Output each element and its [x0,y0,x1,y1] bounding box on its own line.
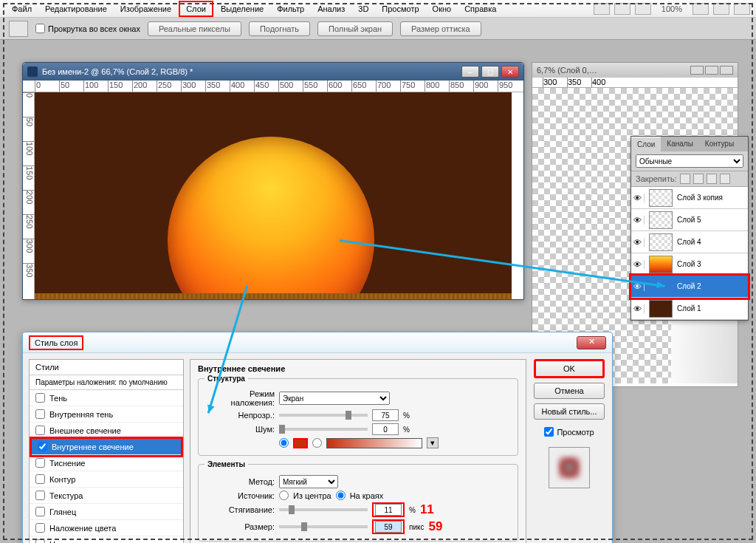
effect-item[interactable]: Глянец [30,504,183,520]
dialog-close-icon[interactable]: ✕ [577,336,606,349]
view-icon[interactable] [713,3,729,15]
scroll-all-windows[interactable]: Прокрутка во всех окнах [35,24,140,33]
opacity-slider[interactable] [279,414,368,417]
effect-item[interactable]: Наложение градиента [30,536,183,543]
menu-window[interactable]: Окно [427,2,458,16]
source-center-radio[interactable] [279,491,289,500]
noise-slider[interactable] [279,428,368,431]
effect-item[interactable]: Тиснение [30,455,183,471]
blend-mode-select[interactable]: Обычные [636,154,743,168]
effect-item[interactable]: Наложение цвета [30,520,183,536]
effect-checkbox[interactable] [35,507,45,516]
gradient-radio[interactable] [312,438,322,448]
close-icon[interactable]: ✕ [501,66,519,78]
tab-layers[interactable]: Слои [631,137,661,151]
preview-checkbox[interactable]: Просмотр [544,427,594,437]
blend-mode-field[interactable]: Экран [279,392,390,405]
layer-row[interactable]: 👁 Слой 2 [631,276,748,298]
mb-icon[interactable] [614,3,630,15]
effect-checkbox[interactable] [35,491,45,500]
layer-thumb[interactable] [649,300,673,318]
tool-icon[interactable] [9,21,28,37]
effect-checkbox[interactable] [35,458,45,468]
effect-checkbox[interactable] [35,474,45,484]
min-icon[interactable] [690,66,704,75]
effect-item[interactable]: Контур [30,471,183,488]
menu-layers[interactable]: Слои [179,1,213,17]
gradient-bar[interactable] [326,438,422,448]
noise-field[interactable] [372,423,399,435]
fit-button[interactable]: Подогнать [249,21,310,36]
canvas[interactable] [35,92,512,299]
visibility-icon[interactable]: 👁 [631,216,645,225]
styles-header[interactable]: Стили [30,360,183,375]
color-swatch[interactable] [293,438,308,448]
opacity-field[interactable] [372,409,399,421]
effect-checkbox[interactable] [35,409,45,419]
visibility-icon[interactable]: 👁 [631,304,645,313]
choke-slider[interactable] [279,508,368,511]
close-icon[interactable] [720,66,733,75]
lock-position-icon[interactable] [693,174,704,184]
size-slider[interactable] [279,525,368,528]
menu-help[interactable]: Справка [458,2,502,16]
menu-select[interactable]: Выделение [215,2,269,16]
effect-item[interactable]: Внутреннее свечение [32,439,181,455]
minimize-icon[interactable]: – [461,66,479,78]
tab-channels[interactable]: Каналы [661,137,699,151]
print-size-button[interactable]: Размер оттиска [400,21,481,36]
lock-all-icon[interactable] [720,174,730,184]
source-edge-radio[interactable] [336,491,346,500]
layout-icon[interactable] [594,3,610,15]
layer-row[interactable]: 👁 Слой 3 [631,253,748,276]
gradient-dropdown-icon[interactable]: ▾ [427,437,439,448]
document-titlebar[interactable]: Без имени-2 @ 66,7% (Слой 2, RGB/8) * – … [23,63,523,81]
zoom-value[interactable]: 100% [656,2,688,16]
effect-checkbox[interactable] [35,539,45,543]
effect-checkbox[interactable] [38,442,47,451]
maximize-icon[interactable]: ◻ [481,66,499,78]
menu-filter[interactable]: Фильтр [271,2,310,16]
effect-item[interactable]: Тень [30,390,183,406]
choke-field[interactable] [375,504,402,516]
menu-view[interactable]: Просмотр [376,2,425,16]
size-field[interactable] [375,521,402,533]
layer-thumb[interactable] [649,189,673,207]
layer-row[interactable]: 👁 Слой 5 [631,209,748,231]
effect-item[interactable]: Внутренняя тень [30,406,183,423]
method-field[interactable]: Мягкий [279,475,338,488]
menu-image[interactable]: Изображение [114,2,177,16]
max-icon[interactable] [705,66,718,75]
new-style-button[interactable]: Новый стиль... [534,403,605,420]
visibility-icon[interactable]: 👁 [631,194,645,202]
menu-file[interactable]: Файл [6,2,38,16]
layer-thumb[interactable] [649,233,673,251]
menu-3d[interactable]: 3D [352,2,374,16]
document-title: Без имени-2 @ 66,7% (Слой 2, RGB/8) * [42,67,193,76]
effect-checkbox[interactable] [35,426,45,435]
effect-checkbox[interactable] [35,393,45,403]
real-pixels-button[interactable]: Реальные пикселы [148,21,241,36]
extras-icon[interactable] [734,3,750,15]
screen-icon[interactable] [635,3,651,15]
visibility-icon[interactable]: 👁 [631,260,645,269]
fullscreen-button[interactable]: Полный экран [317,21,393,36]
ok-button[interactable]: OK [534,359,605,378]
tab-paths[interactable]: Контуры [699,137,740,151]
menu-analysis[interactable]: Анализ [312,2,351,16]
blending-options[interactable]: Параметры наложения: по умолчанию [30,375,183,390]
layer-row[interactable]: 👁 Слой 4 [631,231,748,253]
lock-pixels-icon[interactable] [680,174,690,184]
lock-move-icon[interactable] [707,174,717,184]
visibility-icon[interactable]: 👁 [631,238,645,247]
layer-thumb[interactable] [649,211,673,229]
effect-item[interactable]: Текстура [30,488,183,504]
layer-thumb[interactable] [649,256,673,273]
layer-row[interactable]: 👁 Слой 1 [631,298,748,320]
effect-checkbox[interactable] [35,523,45,533]
hand-icon[interactable] [693,3,709,15]
color-radio[interactable] [279,438,289,448]
cancel-button[interactable]: Отмена [534,383,605,399]
layer-row[interactable]: 👁 Слой 3 копия [631,187,748,209]
menu-edit[interactable]: Редактирование [39,2,113,16]
